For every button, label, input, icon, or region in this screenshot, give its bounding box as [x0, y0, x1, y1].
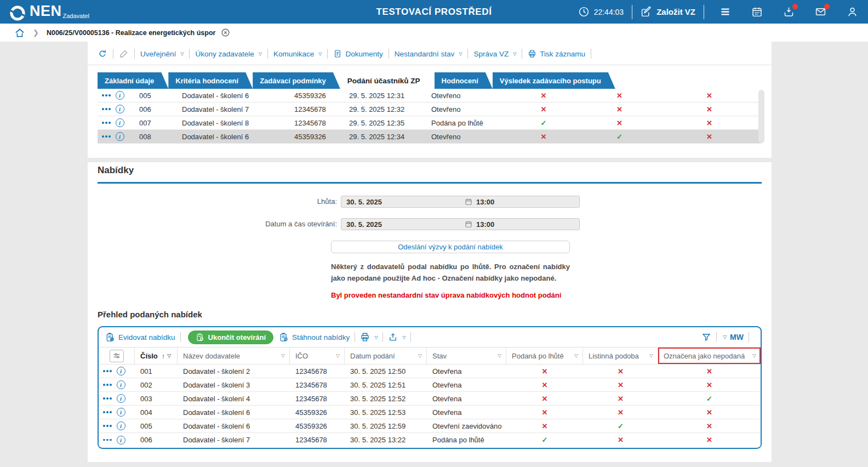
- downloads-button[interactable]: [783, 6, 795, 18]
- tab-hodnoceni[interactable]: Hodnocení: [435, 72, 493, 89]
- row-actions-icon[interactable]: [102, 108, 111, 110]
- tab-zadavaci-podminky[interactable]: Zadávací podmínky: [253, 72, 340, 89]
- view-selector[interactable]: MW: [730, 333, 744, 341]
- row-actions-icon[interactable]: [103, 425, 112, 427]
- breadcrumb-item[interactable]: N006/25/V00005136 - Realizace energetick…: [47, 29, 216, 37]
- table-row[interactable]: i 005 Dodavatel - školení 6 45359326 29.…: [98, 89, 762, 102]
- filter-button[interactable]: [701, 332, 711, 342]
- calendar-button[interactable]: [751, 6, 763, 18]
- header-oznacena-jako-nepodana[interactable]: Označena jako nepodaná▽: [658, 348, 761, 364]
- row-actions-icon[interactable]: [103, 384, 112, 386]
- tab-podani-ucastniku-zp[interactable]: Podání účastníků ZP: [340, 72, 435, 89]
- cell-podana-po-lhute: ✕: [506, 395, 583, 403]
- info-icon[interactable]: i: [117, 394, 125, 403]
- create-vz-label: Založit VZ: [656, 7, 695, 16]
- row-actions-icon[interactable]: [102, 122, 111, 124]
- info-icon[interactable]: i: [117, 408, 125, 417]
- row-actions-icon[interactable]: [102, 135, 111, 138]
- create-vz-button[interactable]: Založit VZ: [641, 6, 695, 18]
- filter-dropdown-icon[interactable]: ▽: [281, 353, 285, 358]
- menu-uverejneni[interactable]: Uveřejnění▽: [140, 50, 184, 58]
- row-actions-icon[interactable]: [102, 94, 111, 96]
- info-icon[interactable]: i: [117, 380, 125, 389]
- header-stav[interactable]: Stav▽: [427, 348, 506, 364]
- table-row[interactable]: i 008 Dodavatel - školení 6 45359326 29.…: [98, 130, 762, 144]
- info-icon[interactable]: i: [116, 91, 124, 100]
- menu-dokumenty[interactable]: Dokumenty: [333, 49, 382, 58]
- row-actions-icon[interactable]: [103, 370, 112, 372]
- evidovat-nabidku-button[interactable]: Evidovat nabídku: [105, 332, 175, 342]
- header-listinna-podoba[interactable]: Listinná podoba▽: [583, 348, 658, 364]
- cell-datum-podani: 30. 5. 2025 12:52: [345, 395, 427, 403]
- info-icon[interactable]: i: [116, 105, 124, 113]
- opening-datetime-field[interactable]: 30. 5. 2025 13:00: [341, 218, 580, 230]
- menu-ukony-zadavatele[interactable]: Úkony zadavatele▽: [195, 50, 261, 58]
- send-invite-button[interactable]: Odeslání výzvy k podání nabídek: [331, 241, 570, 253]
- print-record-button[interactable]: Tisk záznamu: [528, 49, 585, 58]
- deadline-datetime-field[interactable]: 30. 5. 2025 13:00: [341, 196, 580, 208]
- scrollbar[interactable]: [758, 90, 764, 143]
- row-actions-icon[interactable]: [103, 411, 112, 413]
- filter-dropdown-icon[interactable]: ▽: [336, 353, 340, 358]
- filter-dropdown-icon[interactable]: ▽: [752, 353, 756, 358]
- info-icon[interactable]: i: [117, 367, 125, 375]
- info-icon[interactable]: i: [117, 422, 125, 430]
- filter-dropdown-icon[interactable]: ▽: [649, 353, 653, 358]
- column-settings-button[interactable]: [110, 350, 124, 362]
- print-offers-button[interactable]: ▽: [360, 332, 378, 342]
- header-datum-podani[interactable]: Datum podání▽: [345, 348, 427, 364]
- tab-vysledek-zadavaciho-postupu[interactable]: Výsledek zadávacího postupu: [493, 72, 615, 89]
- table-row[interactable]: i 002 Dodavatel - školení 3 12345678 30.…: [99, 378, 761, 392]
- menu-sprava-vz[interactable]: Správa VZ▽: [473, 50, 516, 58]
- filter-dropdown-icon[interactable]: ▽: [167, 353, 171, 358]
- messages-button[interactable]: [815, 6, 826, 18]
- header-ico[interactable]: IČO▽: [290, 348, 345, 364]
- table-row[interactable]: i 006 Dodavatel - školení 7 12345678 30.…: [99, 433, 761, 447]
- info-icon[interactable]: i: [117, 436, 125, 445]
- table-row[interactable]: i 003 Dodavatel - školení 4 12345678 30.…: [99, 392, 761, 406]
- divider: [88, 65, 772, 65]
- nonstandard-state-warning: Byl proveden nestandardní stav úprava na…: [331, 291, 682, 299]
- row-actions-icon[interactable]: [103, 439, 112, 441]
- menu-button[interactable]: [719, 6, 731, 18]
- info-icon[interactable]: i: [116, 132, 124, 141]
- close-record-button[interactable]: [221, 28, 230, 37]
- menu-nestandardni-stav[interactable]: Nestandardní stav▽: [395, 50, 462, 58]
- cell-nazev-dodavatele: Dodavatel - školení 6: [176, 133, 289, 141]
- profile-button[interactable]: [847, 6, 858, 18]
- cell-stav: Podána po lhůtě: [426, 119, 505, 127]
- divider: [382, 332, 383, 342]
- home-icon[interactable]: [14, 27, 25, 38]
- cell-datum-podani: 30. 5. 2025 13:22: [345, 436, 427, 444]
- table-row[interactable]: i 006 Dodavatel - školení 7 12345678 29.…: [98, 102, 762, 116]
- tab-kriteria-hodnoceni[interactable]: Kritéria hodnocení: [168, 72, 253, 89]
- filter-dropdown-icon[interactable]: ▽: [574, 353, 578, 358]
- cell-cislo: 004: [135, 408, 178, 417]
- row-actions-icon[interactable]: [103, 397, 112, 400]
- row-controls: i: [99, 367, 135, 375]
- cell-oznacena-jako-nepodana: ✕: [657, 133, 762, 141]
- stahnout-nabidky-button[interactable]: Stáhnout nabídky: [279, 332, 350, 342]
- header-cislo[interactable]: Číslo ↑ ▽: [135, 348, 178, 364]
- view-dropdown-icon[interactable]: ▽: [723, 334, 727, 340]
- ukoncit-oteviranni-button[interactable]: Ukončit otevírání: [188, 331, 273, 344]
- nen-logo[interactable]: NEN Zadavatel: [9, 2, 89, 22]
- table-row[interactable]: i 005 Dodavatel - školení 6 45359326 30.…: [99, 419, 761, 433]
- table-row[interactable]: i 001 Dodavatel - školení 2 12345678 30.…: [99, 365, 761, 378]
- table-row[interactable]: i 004 Dodavatel - školení 6 45359326 30.…: [99, 406, 761, 419]
- filter-dropdown-icon[interactable]: ▽: [418, 353, 422, 358]
- export-offers-button[interactable]: ▽: [388, 332, 406, 342]
- table-row[interactable]: i 007 Dodavatel - školení 8 12345678 29.…: [98, 116, 762, 130]
- header-podana-po-lhute[interactable]: Podaná po lhůtě▽: [506, 348, 583, 364]
- refresh-button[interactable]: [98, 49, 107, 59]
- header-nazev-dodavatele[interactable]: Název dodavatele▽: [178, 348, 290, 364]
- info-icon[interactable]: i: [116, 118, 124, 127]
- edit-record-button[interactable]: [119, 49, 129, 59]
- filter-dropdown-icon[interactable]: ▽: [498, 353, 501, 358]
- tab-zakladni-udaje[interactable]: Základní údaje: [98, 72, 168, 89]
- cell-ico: 45359326: [289, 133, 344, 141]
- menu-komunikace[interactable]: Komunikace▽: [273, 50, 322, 58]
- cell-cislo: 006: [134, 105, 176, 113]
- printer-icon: [360, 332, 370, 342]
- close-icon: [221, 28, 230, 37]
